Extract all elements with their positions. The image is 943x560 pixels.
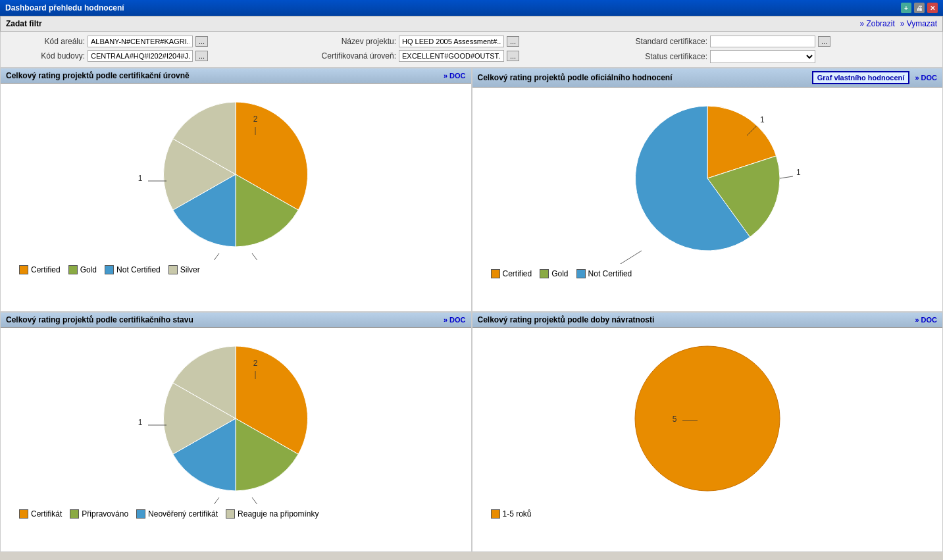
vymazat-link[interactable]: » Vymazat [900,19,937,28]
svg-line-13 [615,251,642,264]
chart2-title: Celkový rating projektů podle oficiálníh… [478,73,673,82]
close-icon[interactable]: ✕ [927,3,938,13]
kod-budovy-input[interactable] [88,50,193,62]
chart1-legend: Certified Gold Not Certified Silver [6,265,466,274]
kod-budovy-browse-btn[interactable]: ... [195,51,208,61]
chart-oficialni-hodnoceni: Celkový rating projektů podle oficiálníh… [472,68,944,312]
svg-text:1: 1 [760,115,765,124]
chart1-svg: 2 1 1 1 [130,89,341,260]
standard-certifikace-label: Standard certifikace: [628,37,707,46]
legend-item-certified: Certified [19,265,61,274]
kod-arealu-browse-btn[interactable]: ... [195,36,208,47]
svg-text:3: 3 [605,263,610,264]
chart1-actions: » DOC [444,72,466,80]
add-icon[interactable]: + [901,3,911,13]
kod-budovy-label: Kód budovy: [6,51,85,61]
chart2-legend: Certified Gold Not Certified [478,269,938,278]
svg-text:2: 2 [253,359,258,368]
chart3-actions: » DOC [444,316,466,324]
legend3-label-certifikat: Certifikát [31,509,62,519]
print-icon[interactable]: 🖨 [914,3,925,13]
filter-row-nazev-projektu: Název projektu: ... [317,36,626,47]
kod-arealu-input[interactable] [88,36,193,47]
legend-label-certified: Certified [31,265,61,274]
certifikovana-uroven-input[interactable] [399,50,504,62]
filter-row-status-certifikace: Status certifikace: [628,50,937,63]
chart4-actions: » DOC [915,316,937,324]
svg-line-5 [252,253,262,260]
legend-color-silver [168,265,178,274]
certifikovana-uroven-browse-btn[interactable]: ... [507,51,519,61]
legend3-item-neoverkeny: Neověřený certifikát [136,509,218,519]
chart2-doc-link[interactable]: » DOC [915,74,937,82]
svg-text:1: 1 [796,168,801,177]
legend4-color-1-5 [491,509,500,519]
legend3-label-pripravovano: Připravováno [82,509,128,519]
legend3-color-certifikat [19,509,28,519]
nazev-projektu-input[interactable] [399,36,504,47]
svg-text:5: 5 [672,415,676,424]
filter-grid: Kód areálu: ... Kód budovy: ... Název pr… [0,32,943,68]
chart3-title: Celkový rating projektů podle certifikač… [6,315,193,324]
chart1-header: Celkový rating projektů podle certifikač… [1,68,471,84]
filter-row-certifikovana-uroven: Certifikovaná úroveň: ... [317,50,626,62]
standard-certifikace-browse-btn[interactable]: ... [818,36,830,47]
app-title: Dashboard přehledu hodnocení [5,3,124,13]
standard-certifikace-input[interactable] [710,36,815,47]
legend-item-gold: Gold [68,265,97,274]
legend-color-certified [19,265,28,274]
chart3-legend: Certifikát Připravováno Neověřený certif… [6,509,466,519]
svg-line-21 [209,497,219,504]
chart4-doc-link[interactable]: » DOC [915,316,937,324]
filter-actions: » Zobrazit » Vymazat [859,19,937,28]
filter-row-kod-budovy: Kód budovy: ... [6,50,315,62]
chart3-header: Celkový rating projektů podle certifikač… [1,313,471,328]
legend2-label-certified: Certified [503,269,532,278]
chart2-body: 1 1 3 Certified Gold [472,88,943,311]
legend3-item-pripravovano: Připravováno [70,509,128,519]
filter-col-3: Standard certifikace: ... Status certifi… [628,36,937,63]
legend2-label-not-certified: Not Certified [588,269,632,278]
chart1-doc-link[interactable]: » DOC [444,72,466,80]
legend-item-not-certified: Not Certified [105,265,161,274]
chart4-legend: 1-5 roků [478,509,938,519]
window-controls: + 🖨 ✕ [901,3,938,13]
chart3-body: 2 1 1 1 Certifikát [1,328,471,551]
filter-row-standard-certifikace: Standard certifikace: ... [628,36,937,47]
legend-color-not-certified [105,265,114,274]
svg-text:2: 2 [253,115,258,124]
nazev-projektu-browse-btn[interactable]: ... [507,36,519,47]
filter-row-kod-arealu: Kód areálu: ... [6,36,315,47]
chart4-body: 5 1-5 roků [472,328,943,551]
legend3-label-reaguje: Reaguje na připomínky [238,509,319,519]
legend3-color-pripravovano [70,509,79,519]
svg-text:1: 1 [138,174,143,183]
chart2-header: Celkový rating projektů podle oficiálníh… [472,68,943,88]
legend3-color-reaguje [226,509,235,519]
zobrazit-link[interactable]: » Zobrazit [859,19,894,28]
legend-label-not-certified: Not Certified [116,265,161,274]
chart3-doc-link[interactable]: » DOC [444,316,466,324]
status-certifikace-select[interactable] [710,50,815,63]
legend2-color-gold [540,269,549,278]
chart2-actions: Graf vlastního hodnocení » DOC [812,71,937,84]
legend3-item-reaguje: Reaguje na připomínky [226,509,319,519]
svg-line-11 [780,176,793,178]
legend4-item-1-5: 1-5 roků [491,509,532,519]
legend3-item-certifikat: Certifikát [19,509,62,519]
legend2-item-certified: Certified [491,269,532,278]
legend4-label-1-5: 1-5 roků [503,509,532,519]
main-content: Celkový rating projektů podle certifikač… [0,68,943,552]
legend3-label-neoverkeny: Neověřený certifikát [148,509,218,519]
legend2-color-certified [491,269,500,278]
chart4-header: Celkový rating projektů podle doby návra… [472,313,943,328]
chart2-svg: 1 1 3 [602,93,813,264]
legend3-color-neoverkeny [136,509,145,519]
legend2-item-not-certified: Not Certified [576,269,632,278]
status-certifikace-label: Status certifikace: [628,52,707,61]
filter-col-1: Kód areálu: ... Kód budovy: ... [6,36,315,63]
own-assessment-btn[interactable]: Graf vlastního hodnocení [812,71,910,84]
nazev-projektu-label: Název projektu: [317,37,396,46]
kod-arealu-label: Kód areálu: [6,37,85,46]
filter-bar: Zadat filtr » Zobrazit » Vymazat [0,16,943,32]
